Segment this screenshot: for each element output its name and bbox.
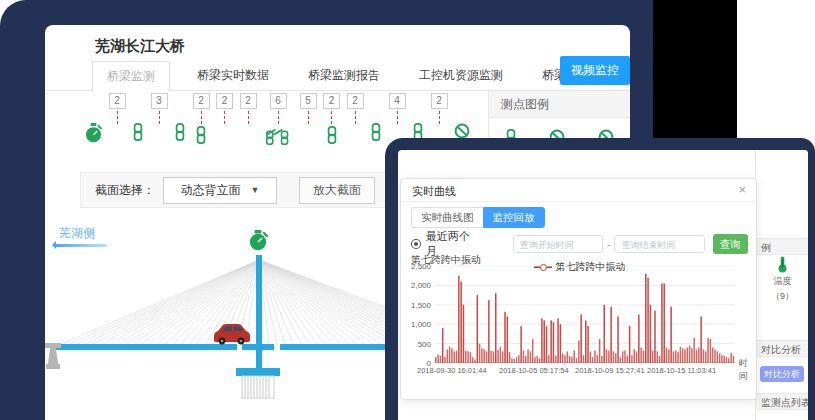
x-tick-label: 2018-09-30 16:01:44 (417, 366, 487, 375)
tab-monitor-playback[interactable]: 监控回放 (483, 207, 545, 228)
tab-realtime-data[interactable]: 桥梁实时数据 (197, 61, 269, 89)
temperature-legend[interactable]: 温度 （9） (756, 256, 808, 303)
right-sidebar: 例 温度 （9） 对比分析 对比分析 监测点列表 (755, 150, 808, 420)
bridge-abutment (45, 343, 61, 369)
link-icon[interactable] (370, 123, 382, 141)
sensor-item[interactable] (132, 93, 144, 141)
point-list-header: 监测点列表 (756, 393, 808, 410)
car (214, 324, 250, 344)
temperature-label: 温度 (756, 275, 808, 288)
realtime-curve-modal: 实时曲线 × 实时曲线图 监控回放 最近两个月 查询开始时间 - 查询结束时间 … (400, 178, 757, 400)
sensor-item[interactable]: 5 (300, 93, 317, 124)
sensor-item[interactable] (174, 93, 186, 141)
sensor-dash-line (117, 111, 118, 124)
tab-bar: 桥梁监测 桥梁实时数据 桥梁监测报告 工控机资源监测 桥梁系统报警 视频监控 (45, 61, 630, 91)
sensor-dash-line (201, 111, 202, 124)
start-time-input[interactable]: 查询开始时间 (513, 235, 603, 253)
modal-tab-group: 实时曲线图 监控回放 (411, 207, 545, 228)
sensor-item[interactable] (454, 93, 470, 139)
sensor-dash-line (308, 111, 309, 124)
sensor-item[interactable]: 2 (109, 93, 126, 124)
section-select-value: 动态背立面 (181, 182, 241, 199)
y-tick-label: 2,500 (401, 262, 431, 271)
legend-header-partial: 例 (756, 238, 808, 255)
pier-foundation (242, 376, 274, 398)
sensor-item[interactable]: 2 (240, 93, 257, 124)
x-tick-label: 2018-10-09 15:27:41 (575, 366, 645, 375)
bridge-tower (256, 255, 262, 368)
end-time-input[interactable]: 查询结束时间 (614, 235, 704, 253)
sensor-item[interactable] (412, 93, 424, 141)
tower-sensor-stopwatch-icon[interactable] (250, 230, 267, 250)
y-tick-label: 500 (401, 340, 431, 349)
close-icon[interactable]: × (738, 182, 746, 197)
tab-realtime-curve[interactable]: 实时曲线图 (411, 207, 483, 228)
enlarge-section-button[interactable]: 放大截面 (299, 177, 375, 204)
query-row: 最近两个月 查询开始时间 - 查询结束时间 查询 (411, 234, 748, 254)
sensor-item[interactable]: 2 (431, 93, 448, 124)
sensor-dash-line (331, 111, 332, 124)
compare-analysis-button[interactable]: 对比分析 (760, 366, 804, 382)
dialog-app-window: 例 温度 （9） 对比分析 对比分析 监测点列表 实时曲线 × 实时曲线图 监控… (398, 150, 808, 420)
sensor-item[interactable]: 2 (216, 93, 233, 124)
x-axis-name: 时间 (739, 357, 756, 383)
ban-icon[interactable] (454, 123, 470, 139)
sensor-dash-line (248, 111, 249, 124)
sensor-item[interactable] (370, 93, 382, 141)
section-select-label: 截面选择： (95, 182, 155, 199)
sensor-dash-line (397, 111, 398, 124)
tab-ipc-resource[interactable]: 工控机资源监测 (419, 61, 503, 89)
sensor-item[interactable]: 2 (323, 93, 340, 144)
sensor-item[interactable] (85, 93, 102, 143)
vibration-chart[interactable] (435, 266, 735, 363)
sensor-item[interactable]: 2 (347, 93, 364, 124)
sensor-count-badge: 2 (193, 93, 210, 109)
sensor-item[interactable]: 4 (389, 93, 406, 124)
modal-header: 实时曲线 × (401, 179, 756, 202)
legend-panel-title: 测点图例 (489, 91, 630, 118)
thermometer-icon (777, 265, 788, 275)
sensor-count-badge: 4 (389, 93, 406, 109)
sensor-count-badge: 2 (347, 93, 364, 109)
video-monitor-button[interactable]: 视频监控 (560, 56, 630, 85)
sensor-item[interactable]: 2 (193, 93, 210, 144)
range-separator: - (607, 239, 610, 250)
sensor-dash-line (224, 111, 225, 124)
screen: 芜湖长江大桥 桥梁监测 桥梁实时数据 桥梁监测报告 工控机资源监测 桥梁系统报警… (0, 0, 815, 420)
stopwatch-icon[interactable] (85, 123, 102, 143)
black-gap (653, 0, 737, 140)
y-tick-label: 1,500 (401, 301, 431, 310)
sensor-item[interactable]: 3 (151, 93, 168, 124)
chevron-down-icon: ▼ (251, 185, 260, 195)
link-icon[interactable] (326, 126, 338, 144)
link-cluster-icon[interactable] (263, 126, 293, 146)
temperature-count: （9） (756, 290, 808, 303)
sensor-dash-line (355, 111, 356, 124)
sensor-count-badge: 5 (300, 93, 317, 109)
page-title: 芜湖长江大桥 (95, 37, 185, 56)
modal-title: 实时曲线 (412, 184, 456, 199)
x-tick-label: 2018-10-05 05:17:54 (499, 366, 569, 375)
pier-cap (236, 368, 280, 376)
radio-last-two-months[interactable] (411, 239, 421, 249)
sensor-dash-line (159, 111, 160, 124)
sensor-count-badge: 2 (109, 93, 126, 109)
x-tick-label: 2018-10-15 11:03:41 (647, 366, 716, 375)
sensor-count-badge: 2 (431, 93, 448, 109)
sensor-dash-line (278, 111, 279, 124)
sensor-count-badge: 6 (270, 93, 287, 109)
compare-section-header: 对比分析 (756, 340, 808, 357)
link-icon[interactable] (174, 123, 186, 141)
y-tick-label: 1,000 (401, 320, 431, 329)
sensor-count-badge: 2 (323, 93, 340, 109)
sensor-count-badge: 2 (240, 93, 257, 109)
link-icon[interactable] (195, 126, 207, 144)
query-button[interactable]: 查询 (713, 234, 748, 254)
tab-bridge-monitor[interactable]: 桥梁监测 (92, 61, 170, 92)
section-select-dropdown[interactable]: 动态背立面 ▼ (163, 177, 277, 204)
y-tick-label: 2,000 (401, 281, 431, 290)
link-icon[interactable] (132, 123, 144, 141)
sensor-item[interactable]: 6 (263, 93, 293, 146)
sensor-dash-line (439, 111, 440, 124)
tab-monitor-report[interactable]: 桥梁监测报告 (308, 61, 380, 89)
